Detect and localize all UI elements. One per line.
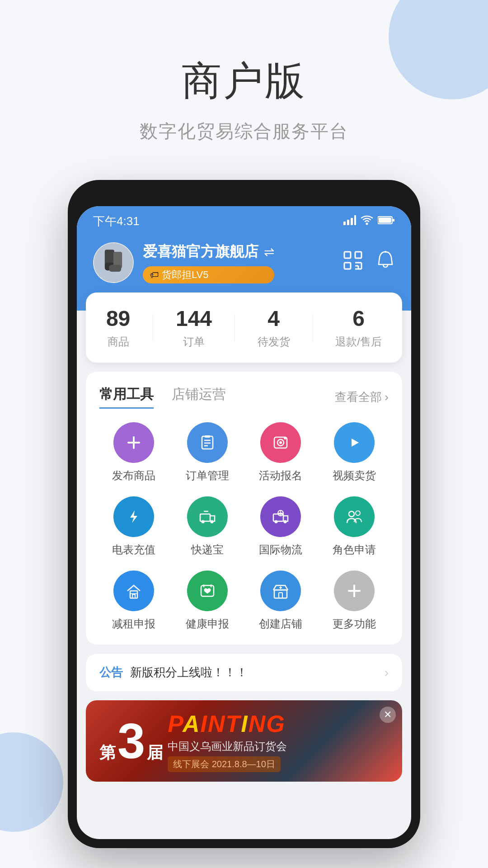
announcement-bar[interactable]: 公告 新版积分上线啦！！！ › (86, 654, 402, 691)
tab-store-ops[interactable]: 店铺运营 (172, 385, 226, 409)
svg-marker-33 (352, 439, 359, 447)
tool-label-video: 视频卖货 (333, 468, 376, 483)
svg-point-41 (284, 520, 287, 524)
tool-icon-store (260, 571, 301, 611)
tools-header: 常用工具 店铺运营 查看全部 › (99, 385, 389, 409)
svg-point-37 (210, 520, 213, 524)
announce-arrow-icon: › (385, 665, 389, 680)
svg-rect-7 (379, 217, 391, 223)
svg-point-32 (284, 437, 286, 439)
tab-common-tools[interactable]: 常用工具 (99, 385, 154, 409)
tool-label-express: 快递宝 (191, 542, 224, 557)
svg-rect-35 (200, 514, 210, 521)
announce-badge: 公告 (99, 665, 123, 680)
tool-icon-video (334, 422, 375, 463)
tool-label-health: 健康申报 (186, 617, 229, 631)
tool-icon-logistics (260, 496, 301, 537)
status-time: 下午4:31 (93, 213, 140, 229)
notification-icon[interactable] (376, 250, 395, 275)
banner-prefix: 第 (99, 742, 116, 764)
tool-more[interactable]: 更多功能 (320, 571, 389, 631)
svg-rect-0 (343, 222, 346, 225)
store-name: 爱喜猫官方旗舰店 (143, 242, 258, 262)
stat-orders[interactable]: 144 订单 (176, 306, 212, 349)
tool-icon-order (187, 422, 228, 463)
tool-icon-more (334, 571, 375, 611)
tool-label-electric: 电表充值 (112, 542, 155, 557)
svg-rect-52 (274, 590, 287, 598)
svg-rect-1 (347, 220, 349, 225)
tool-video-sell[interactable]: 视频卖货 (320, 422, 389, 483)
main-title: 商户版 (182, 54, 306, 108)
svg-point-46 (356, 511, 360, 515)
phone-notch (199, 189, 289, 203)
tool-label-activity: 活动报名 (259, 468, 302, 483)
tool-icon-publish (113, 422, 154, 463)
badge-text: 货郎担LV5 (162, 268, 209, 282)
tool-order-mgmt[interactable]: 订单管理 (173, 422, 242, 483)
tool-icon-express (187, 496, 228, 537)
stat-divider-1 (153, 314, 153, 341)
tool-icon-rent (113, 571, 154, 611)
svg-rect-2 (351, 218, 353, 225)
avatar (93, 242, 134, 283)
switch-store-icon[interactable]: ⇌ (264, 245, 274, 259)
store-name-row: 爱喜猫官方旗舰店 ⇌ (143, 242, 274, 262)
tool-label-role: 角色申请 (333, 542, 376, 557)
tool-label-logistics: 国际物流 (259, 542, 302, 557)
announce-text: 新版积分上线啦！！！ (130, 665, 377, 680)
stat-products[interactable]: 89 商品 (106, 306, 130, 349)
view-all-button[interactable]: 查看全部 › (335, 389, 389, 405)
stat-pending-label: 待发货 (258, 335, 290, 349)
svg-point-36 (201, 520, 204, 524)
stat-pending[interactable]: 4 待发货 (258, 306, 290, 349)
header-right-icons (343, 250, 395, 275)
stats-card: 89 商品 144 订单 4 待发货 6 退款/售后 (86, 292, 402, 363)
stat-refund[interactable]: 6 退款/售后 (335, 306, 382, 349)
phone-mockup: 下午4:31 (68, 180, 420, 848)
tool-activity[interactable]: 活动报名 (246, 422, 315, 483)
svg-rect-12 (109, 265, 121, 272)
status-bar: 下午4:31 (77, 206, 411, 233)
user-left: 爱喜猫官方旗舰店 ⇌ 🏷 货郎担LV5 (93, 242, 274, 283)
level-badge: 🏷 货郎担LV5 (143, 266, 274, 283)
tool-rent-reduce[interactable]: 减租申报 (99, 571, 169, 631)
tool-create-store[interactable]: 创建店铺 (246, 571, 315, 631)
stat-orders-label: 订单 (183, 335, 205, 349)
banner-number: 3 (117, 716, 145, 766)
stat-divider-2 (235, 314, 235, 341)
banner-close-button[interactable]: ✕ (380, 707, 396, 723)
signal-icon (343, 215, 356, 228)
phone-screen: 下午4:31 (77, 206, 411, 839)
svg-point-4 (366, 222, 368, 225)
svg-point-45 (349, 511, 354, 517)
avatar-image (94, 243, 133, 282)
tool-icon-health (187, 571, 228, 611)
tool-intl-logistics[interactable]: 国际物流 (246, 496, 315, 557)
stat-divider-3 (313, 314, 313, 341)
scan-icon[interactable] (343, 250, 363, 275)
tool-publish-product[interactable]: 发布商品 (99, 422, 169, 483)
promo-banner[interactable]: 第 3 届 PAINTING 中国义乌画业新品订货会 线下展会 2021.8.8… (86, 700, 402, 782)
svg-rect-54 (279, 593, 282, 598)
tools-grid: 发布商品 订单管理 活动报名 (99, 422, 389, 631)
svg-rect-6 (393, 219, 394, 222)
svg-rect-28 (205, 435, 210, 438)
sub-title: 数字化贸易综合服务平台 (140, 119, 348, 144)
tool-role-apply[interactable]: 角色申请 (320, 496, 389, 557)
stat-products-number: 89 (106, 306, 130, 331)
stat-refund-number: 6 (352, 306, 365, 331)
tool-label-rent: 减租申报 (112, 617, 155, 631)
tool-icon-activity (260, 422, 301, 463)
user-info-row: 爱喜猫官方旗舰店 ⇌ 🏷 货郎担LV5 (93, 242, 395, 283)
chevron-right-icon: › (385, 390, 389, 404)
view-all-label: 查看全部 (335, 389, 382, 405)
svg-marker-34 (130, 510, 137, 523)
tools-tabs: 常用工具 店铺运营 (99, 385, 226, 409)
tool-electric[interactable]: 电表充值 (99, 496, 169, 557)
tool-health-report[interactable]: 健康申报 (173, 571, 242, 631)
banner-suffix: 届 (147, 742, 163, 764)
svg-point-40 (275, 520, 278, 524)
tool-express[interactable]: 快递宝 (173, 496, 242, 557)
banner-sub-text: 中国义乌画业新品订货会 (168, 739, 287, 754)
